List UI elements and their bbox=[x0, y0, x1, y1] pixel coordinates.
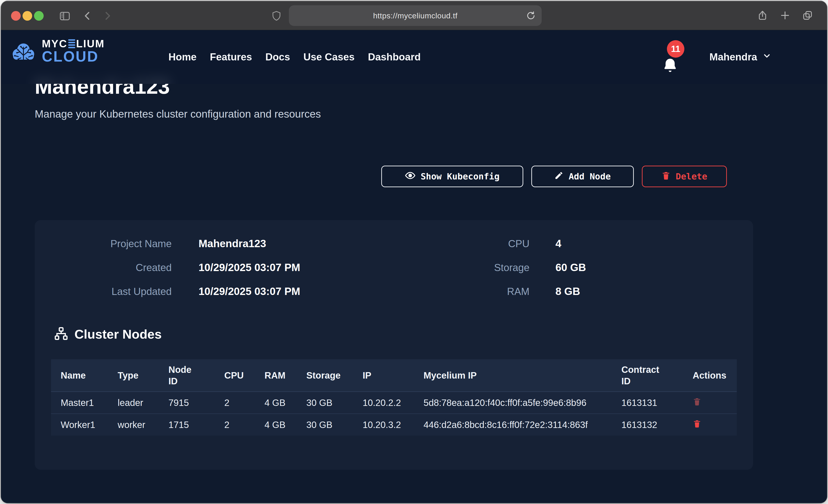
col-type: Type bbox=[108, 359, 159, 392]
cell-node-id: 1715 bbox=[159, 414, 215, 435]
user-name: Mahendra bbox=[709, 51, 757, 63]
brand-e-icon bbox=[68, 39, 75, 48]
cluster-nodes-table: Name Type Node ID CPU RAM Storage IP Myc… bbox=[51, 359, 737, 435]
page-subtitle: Manage your Kubernetes cluster configura… bbox=[35, 108, 321, 120]
address-bar[interactable]: https://myceliumcloud.tf bbox=[289, 5, 542, 26]
cpu-label: CPU bbox=[391, 237, 530, 250]
brand-wordmark: MYCLIUM CLOUD bbox=[42, 38, 105, 64]
user-menu[interactable]: Mahendra bbox=[709, 30, 772, 84]
notification-count-badge[interactable]: 11 bbox=[667, 40, 685, 58]
cell-ip: 10.20.2.2 bbox=[353, 392, 414, 414]
show-kubeconfig-button[interactable]: Show Kubeconfig bbox=[381, 166, 523, 187]
cell-mycelium-ip: 446:d2a6:8bcd:8c16:ff0f:72e2:3114:863f bbox=[414, 414, 612, 435]
col-actions: Actions bbox=[683, 359, 737, 392]
col-storage: Storage bbox=[297, 359, 353, 392]
project-name-row: Project Name Mahendra123 bbox=[35, 237, 300, 250]
cluster-nodes-header: Cluster Nodes bbox=[54, 326, 162, 342]
col-name: Name bbox=[51, 359, 108, 392]
delete-cluster-button[interactable]: Delete bbox=[642, 166, 727, 187]
nav-link-home[interactable]: Home bbox=[168, 51, 197, 63]
cell-storage: 30 GB bbox=[297, 414, 353, 435]
reload-icon[interactable] bbox=[526, 11, 536, 22]
delete-node-button[interactable] bbox=[693, 419, 701, 429]
overview-right-column: CPU 4 Storage 60 GB RAM 8 GB bbox=[391, 237, 586, 309]
privacy-shield-icon[interactable] bbox=[271, 10, 282, 21]
new-tab-icon[interactable] bbox=[780, 10, 790, 22]
trash-icon bbox=[693, 397, 701, 407]
cell-actions bbox=[683, 392, 737, 414]
toolbar-right-icons bbox=[757, 10, 813, 22]
window-controls bbox=[11, 11, 44, 21]
nav-link-features[interactable]: Features bbox=[210, 51, 252, 63]
storage-row: Storage 60 GB bbox=[391, 261, 586, 274]
col-ip: IP bbox=[353, 359, 414, 392]
notifications-bell-icon[interactable] bbox=[662, 57, 678, 75]
forward-icon[interactable] bbox=[101, 10, 113, 22]
cluster-overview-card: Project Name Mahendra123 Created 10/29/2… bbox=[35, 220, 753, 470]
brand-line-cloud: CLOUD bbox=[42, 49, 105, 64]
nav-link-dashboard[interactable]: Dashboard bbox=[368, 51, 421, 63]
cell-cpu: 2 bbox=[215, 414, 255, 435]
sidebar-toggle-icon[interactable] bbox=[59, 10, 71, 22]
table-row: Worker1 worker 1715 2 4 GB 30 GB 10.20.3… bbox=[51, 414, 737, 435]
col-contract-id: Contract ID bbox=[612, 359, 683, 392]
cell-mycelium-ip: 5d8:78ea:a120:f40c:ff0f:a5fe:99e6:8b96 bbox=[414, 392, 612, 414]
ram-value: 8 GB bbox=[555, 285, 580, 298]
project-name-value: Mahendra123 bbox=[199, 237, 266, 250]
nav-link-docs[interactable]: Docs bbox=[265, 51, 290, 63]
cell-type: leader bbox=[108, 392, 159, 414]
browser-toolbar: https://myceliumcloud.tf bbox=[1, 1, 827, 30]
browser-window: https://myceliumcloud.tf Mahendra123 bbox=[1, 1, 827, 503]
cell-contract-id: 1613132 bbox=[612, 414, 683, 435]
cell-contract-id: 1613131 bbox=[612, 392, 683, 414]
cell-cpu: 2 bbox=[215, 392, 255, 414]
eye-icon bbox=[405, 170, 415, 183]
cpu-row: CPU 4 bbox=[391, 237, 586, 250]
cell-type: worker bbox=[108, 414, 159, 435]
ram-row: RAM 8 GB bbox=[391, 285, 586, 298]
mycelium-cloud-logo-icon bbox=[10, 40, 37, 63]
overview-left-column: Project Name Mahendra123 Created 10/29/2… bbox=[35, 237, 300, 309]
created-row: Created 10/29/2025 03:07 PM bbox=[35, 261, 300, 274]
table-header-row: Name Type Node ID CPU RAM Storage IP Myc… bbox=[51, 359, 737, 392]
last-updated-label: Last Updated bbox=[35, 285, 172, 298]
cell-name: Worker1 bbox=[51, 414, 108, 435]
project-name-label: Project Name bbox=[35, 237, 172, 250]
cell-actions bbox=[683, 414, 737, 435]
col-cpu: CPU bbox=[215, 359, 255, 392]
cpu-value: 4 bbox=[555, 237, 562, 250]
cell-ip: 10.20.3.2 bbox=[353, 414, 414, 435]
brand-line-mycelium: MYCLIUM bbox=[42, 38, 105, 49]
sitemap-icon bbox=[54, 326, 69, 342]
nav-link-use-cases[interactable]: Use Cases bbox=[303, 51, 355, 63]
close-window-button[interactable] bbox=[11, 11, 21, 21]
tabs-overview-icon[interactable] bbox=[802, 10, 813, 22]
nav-links: Home Features Docs Use Cases Dashboard bbox=[168, 30, 421, 84]
cell-name: Master1 bbox=[51, 392, 108, 414]
page-content: Mahendra123 Manage your Kubernetes clust… bbox=[1, 30, 827, 503]
cell-storage: 30 GB bbox=[297, 392, 353, 414]
col-node-id: Node ID bbox=[159, 359, 215, 392]
chevron-down-icon bbox=[762, 51, 772, 63]
share-icon[interactable] bbox=[757, 10, 768, 22]
cell-ram: 4 GB bbox=[255, 414, 297, 435]
cell-ram: 4 GB bbox=[255, 392, 297, 414]
trash-icon bbox=[693, 419, 701, 429]
trash-icon bbox=[661, 171, 671, 182]
last-updated-row: Last Updated 10/29/2025 03:07 PM bbox=[35, 285, 300, 298]
storage-label: Storage bbox=[391, 261, 530, 274]
cell-node-id: 7915 bbox=[159, 392, 215, 414]
brand-logo[interactable]: MYCLIUM CLOUD bbox=[10, 38, 105, 64]
add-node-button[interactable]: Add Node bbox=[531, 166, 634, 187]
pencil-icon bbox=[554, 171, 564, 182]
url-text: https://myceliumcloud.tf bbox=[373, 11, 457, 20]
delete-label: Delete bbox=[676, 171, 707, 181]
delete-node-button[interactable] bbox=[693, 397, 701, 407]
show-kubeconfig-label: Show Kubeconfig bbox=[420, 171, 499, 181]
created-value: 10/29/2025 03:07 PM bbox=[199, 261, 300, 274]
table-row: Master1 leader 7915 2 4 GB 30 GB 10.20.2… bbox=[51, 392, 737, 414]
zoom-window-button[interactable] bbox=[34, 11, 44, 21]
cluster-nodes-title: Cluster Nodes bbox=[75, 327, 162, 342]
back-icon[interactable] bbox=[82, 10, 93, 22]
minimize-window-button[interactable] bbox=[23, 11, 32, 21]
